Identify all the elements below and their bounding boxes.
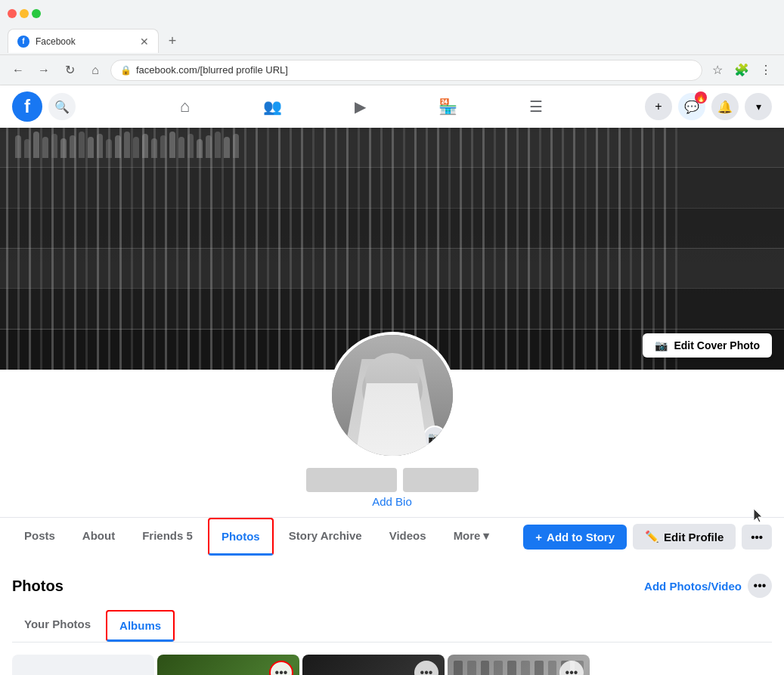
- menu-icon: ☰: [529, 98, 543, 116]
- profile-name-area: [0, 468, 784, 492]
- album-fence-thumb: •••: [448, 655, 590, 675]
- tab-title: Facebook: [36, 36, 76, 47]
- notifications-button[interactable]: 🔔: [711, 93, 739, 120]
- profile-nav-actions: + Add to Story ✏️ Edit Profile •••: [523, 524, 772, 550]
- browser-chrome: f Facebook ✕ + ← → ↻ ⌂ 🔒 facebook.com/[b…: [0, 0, 784, 85]
- account-dropdown-button[interactable]: ▾: [745, 93, 772, 120]
- profile-name-blur-1: [306, 468, 397, 492]
- photos-section: Photos Add Photos/Video ••• Your Photos …: [0, 562, 784, 675]
- album-dark[interactable]: •••: [302, 655, 445, 675]
- nav-watch[interactable]: ▶: [318, 88, 403, 125]
- close-window-button[interactable]: [8, 9, 17, 18]
- profile-more-button[interactable]: •••: [742, 525, 772, 550]
- home-button[interactable]: ⌂: [85, 60, 106, 81]
- window-controls: [8, 9, 41, 18]
- plus-icon: +: [655, 100, 662, 113]
- browser-tab[interactable]: f Facebook ✕: [8, 29, 159, 53]
- photos-header: Photos Add Photos/Video •••: [12, 574, 772, 598]
- nav-center: ⌂ 👥 ▶ 🏪 ☰: [76, 88, 645, 125]
- album-fence[interactable]: •••: [448, 655, 590, 675]
- new-tab-button[interactable]: +: [162, 30, 183, 51]
- facebook-logo[interactable]: f: [12, 91, 42, 122]
- nav-item-photos[interactable]: Photos: [208, 518, 274, 556]
- tab-your-photos[interactable]: Your Photos: [12, 610, 103, 642]
- extensions-button[interactable]: 🧩: [731, 60, 752, 81]
- photos-more-button[interactable]: •••: [748, 574, 772, 598]
- forward-button[interactable]: →: [33, 60, 54, 81]
- albums-grid: + Create Album •••: [12, 655, 772, 675]
- home-icon: ⌂: [180, 97, 190, 116]
- url-text: facebook.com/[blurred profile URL]: [136, 64, 288, 76]
- nav-item-more[interactable]: More ▾: [442, 519, 502, 556]
- messenger-button[interactable]: 💬 🔥: [678, 93, 705, 120]
- friends-icon: 👥: [263, 98, 282, 116]
- tab-close-button[interactable]: ✕: [140, 36, 149, 48]
- create-album-card[interactable]: + Create Album: [12, 655, 154, 675]
- facebook-topnav: f 🔍 ⌂ 👥 ▶ 🏪 ☰ +: [0, 85, 784, 128]
- notifications-icon: 🔔: [717, 100, 733, 114]
- address-bar[interactable]: 🔒 facebook.com/[blurred profile URL]: [110, 60, 702, 81]
- messenger-badge: 🔥: [695, 91, 707, 104]
- ellipsis-icon: •••: [275, 666, 288, 675]
- nav-item-friends[interactable]: Friends 5: [130, 519, 205, 555]
- add-photos-button[interactable]: Add Photos/Video: [644, 580, 742, 593]
- create-album-area[interactable]: + Create Album: [12, 655, 154, 675]
- add-bio-button[interactable]: Add Bio: [0, 495, 784, 508]
- marketplace-icon: 🏪: [438, 98, 457, 116]
- back-button[interactable]: ←: [8, 60, 29, 81]
- photo-tabs: Your Photos Albums: [12, 610, 772, 642]
- bookmark-button[interactable]: ☆: [707, 60, 728, 81]
- nav-item-about[interactable]: About: [70, 519, 127, 555]
- profile-avatar-area: 📷: [0, 332, 784, 459]
- add-to-story-button[interactable]: + Add to Story: [523, 525, 627, 550]
- chevron-down-icon: ▾: [756, 101, 761, 113]
- refresh-button[interactable]: ↻: [59, 60, 80, 81]
- nav-bar: ← → ↻ ⌂ 🔒 facebook.com/[blurred profile …: [0, 54, 784, 85]
- search-button[interactable]: 🔍: [48, 93, 76, 120]
- maximize-window-button[interactable]: [32, 9, 41, 18]
- search-icon: 🔍: [54, 100, 70, 114]
- profile-navigation: Posts About Friends 5 Photos Story Archi…: [0, 517, 784, 556]
- tab-albums[interactable]: Albums: [106, 610, 175, 642]
- album-dark-thumb: •••: [302, 655, 445, 675]
- plus-icon: +: [535, 531, 542, 543]
- minimize-window-button[interactable]: [20, 9, 29, 18]
- profile-avatar: 📷: [329, 332, 456, 459]
- facebook-favicon: f: [17, 36, 29, 48]
- edit-profile-button[interactable]: ✏️ Edit Profile: [633, 524, 736, 550]
- browser-menu-button[interactable]: ⋮: [755, 60, 776, 81]
- camera-icon: 📷: [428, 432, 441, 444]
- nav-item-videos[interactable]: Videos: [377, 519, 438, 555]
- tab-bar: f Facebook ✕ +: [0, 27, 784, 54]
- nav-item-story-archive[interactable]: Story Archive: [277, 519, 374, 555]
- lock-icon: 🔒: [120, 65, 132, 76]
- create-button[interactable]: +: [645, 93, 672, 120]
- browser-nav-actions: ☆ 🧩 ⋮: [707, 60, 776, 81]
- album-spring[interactable]: ••• Edit album Download Album Delete alb…: [157, 655, 299, 675]
- profile-section: 📷 Add Bio Posts About Friends 5 Ph: [0, 332, 784, 556]
- photos-section-title: Photos: [12, 577, 64, 595]
- nav-right: + 💬 🔥 🔔 ▾: [645, 93, 772, 120]
- nav-marketplace[interactable]: 🏪: [406, 88, 491, 125]
- nav-home[interactable]: ⌂: [143, 88, 228, 125]
- nav-menu[interactable]: ☰: [494, 88, 578, 125]
- photos-header-actions: Add Photos/Video •••: [644, 574, 772, 598]
- watch-icon: ▶: [355, 98, 366, 116]
- title-bar: [0, 0, 784, 27]
- nav-friends[interactable]: 👥: [231, 88, 315, 125]
- profile-name-blur-2: [403, 468, 479, 492]
- ellipsis-icon: •••: [754, 579, 767, 593]
- chevron-down-icon: ▾: [483, 529, 489, 543]
- nav-item-posts[interactable]: Posts: [12, 519, 67, 555]
- facebook-app: f 🔍 ⌂ 👥 ▶ 🏪 ☰ +: [0, 85, 784, 675]
- pencil-icon: ✏️: [645, 530, 659, 543]
- ellipsis-icon: •••: [751, 531, 763, 543]
- album-dark-menu-button[interactable]: •••: [414, 661, 438, 675]
